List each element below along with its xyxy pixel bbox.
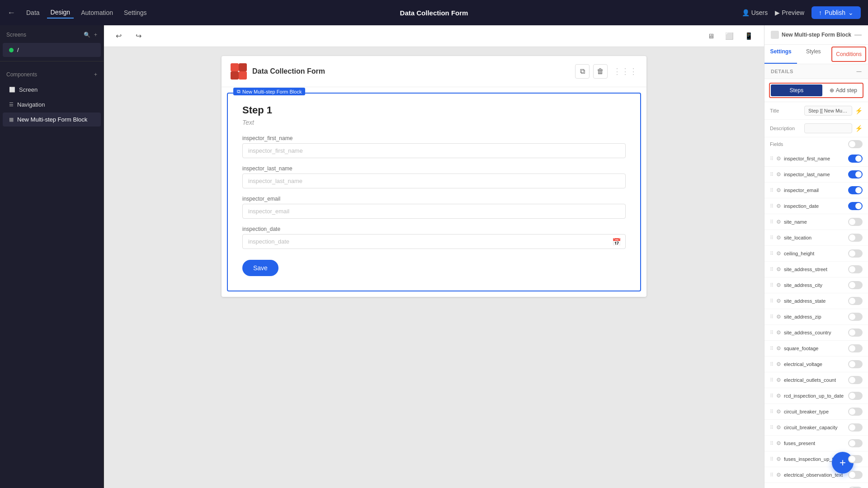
field-toggle[interactable] [848,423,863,432]
desktop-view-button[interactable]: 🖥 [704,30,718,42]
gear-icon[interactable]: ⚙ [776,203,781,209]
field-label-last-name: inspector_last_name [242,165,626,172]
gear-icon[interactable]: ⚙ [776,282,781,288]
drag-handle-icon: ⠿ [770,298,774,304]
tab-styles[interactable]: Styles [797,45,830,64]
undo-button[interactable]: ↩ [111,29,126,43]
nav-design[interactable]: Design [47,7,74,19]
tab-settings[interactable]: Settings [764,45,797,64]
publish-button[interactable]: ↑ Publish ⌄ [811,6,861,19]
fields-header: Fields [764,137,868,151]
field-toggle[interactable] [848,455,863,463]
sidebar-item-form-block[interactable]: ▦ New Multi-step Form Block [3,113,101,127]
gear-icon[interactable]: ⚙ [776,424,781,431]
field-input-date[interactable]: inspection_date [242,234,626,249]
drag-handle-icon: ⠿ [770,172,774,178]
tab-conditions[interactable]: Conditions [831,47,866,62]
gear-icon[interactable]: ⚙ [776,171,781,178]
mobile-view-button[interactable]: 📱 [741,30,757,42]
field-toggle[interactable] [848,265,863,273]
gear-icon[interactable]: ⚙ [776,440,781,446]
field-toggle[interactable] [848,360,863,368]
field-toggle[interactable] [848,297,863,305]
field-toggle[interactable] [848,328,863,337]
gear-icon[interactable]: ⚙ [776,187,781,193]
gear-icon[interactable]: ⚙ [776,235,781,241]
field-config-row: ⠿ ⚙ site_location [764,230,868,246]
search-icon[interactable]: 🔍 [84,32,90,38]
gear-icon[interactable]: ⚙ [776,345,781,352]
field-label-email: inspector_email [242,196,626,202]
add-component-icon[interactable]: + [94,71,97,78]
gear-icon[interactable]: ⚙ [776,361,781,367]
sidebar-item-navigation[interactable]: ☰ Navigation [3,98,101,112]
nav-data[interactable]: Data [23,7,43,18]
field-config-row: ⠿ ⚙ fuses_present [764,436,868,451]
gear-icon[interactable]: ⚙ [776,472,781,478]
sidebar-item-screen-component[interactable]: ⬜ Screen [3,83,101,97]
field-toggle[interactable] [848,471,863,479]
field-toggle[interactable] [848,344,863,352]
details-collapse-icon[interactable]: — [857,69,862,74]
field-toggle[interactable] [848,202,863,210]
preview-label: Preview [782,9,804,16]
gear-icon[interactable]: ⚙ [776,219,781,225]
delete-button[interactable]: 🗑 [593,64,608,79]
field-input-email[interactable]: inspector_email [242,204,626,219]
sidebar-item-screen[interactable]: / [3,43,101,57]
add-step-button[interactable]: ⊕ Add step [825,84,862,96]
redo-button[interactable]: ↪ [131,29,146,43]
gear-icon[interactable]: ⚙ [776,408,781,415]
nav-automation[interactable]: Automation [77,7,117,18]
users-button[interactable]: 👤 Users [742,9,768,16]
title-prop-value[interactable]: Step [[ New Multi-s... [804,106,852,116]
add-screen-icon[interactable]: + [94,32,97,38]
field-toggle[interactable] [848,392,863,400]
field-toggle[interactable] [848,249,863,258]
field-config-row: ⠿ ⚙ inspector_first_name [764,151,868,167]
left-sidebar: Screens 🔍 + / Components + ⬜ Screen ☰ Na… [0,25,104,488]
gear-icon[interactable]: ⚙ [776,329,781,336]
top-nav-right: 👤 Users ▶ Preview ↑ Publish ⌄ [742,6,861,19]
gear-icon[interactable]: ⚙ [776,250,781,257]
field-input-first-name[interactable]: inspector_first_name [242,143,626,158]
fields-global-toggle[interactable] [848,140,863,148]
back-button[interactable]: ← [7,8,15,18]
field-toggle[interactable] [848,218,863,226]
description-prop-value[interactable] [804,123,852,133]
field-toggle[interactable] [848,155,863,163]
gear-icon[interactable]: ⚙ [776,377,781,383]
gear-icon[interactable]: ⚙ [776,155,781,162]
field-toggle[interactable] [848,376,863,384]
gear-icon[interactable]: ⚙ [776,393,781,399]
navigation-label: Navigation [17,101,45,108]
gear-icon[interactable]: ⚙ [776,298,781,304]
gear-icon[interactable]: ⚙ [776,266,781,272]
description-lightning-icon[interactable]: ⚡ [855,125,863,132]
field-toggle[interactable] [848,186,863,194]
sidebar-divider [0,61,104,61]
field-toggle[interactable] [848,234,863,242]
field-name: site_address_state [784,298,845,304]
gear-icon[interactable]: ⚙ [776,314,781,320]
preview-button[interactable]: ▶ Preview [775,9,804,16]
field-input-last-name[interactable]: inspector_last_name [242,174,626,188]
top-nav: ← Data Design Automation Settings Data C… [0,0,868,25]
duplicate-button[interactable]: ⧉ [575,64,590,79]
save-button[interactable]: Save [242,260,278,276]
steps-button[interactable]: Steps [771,84,822,96]
add-step-icon: ⊕ [830,87,834,94]
field-toggle[interactable] [848,408,863,416]
title-lightning-icon[interactable]: ⚡ [855,107,863,114]
field-toggle[interactable] [848,281,863,289]
collapse-button[interactable]: — [854,31,862,39]
tablet-view-button[interactable]: ⬜ [722,30,737,42]
field-toggle[interactable] [848,439,863,447]
field-toggle[interactable] [848,313,863,321]
screen-component-label: Screen [19,86,38,93]
step-block-label: ⧉ New Multi-step Form Block [233,88,305,95]
nav-settings[interactable]: Settings [120,7,151,18]
form-header: Data Collection Form ⧉ 🗑 ⋮⋮⋮ [222,56,646,87]
field-toggle[interactable] [848,170,863,178]
gear-icon[interactable]: ⚙ [776,456,781,462]
